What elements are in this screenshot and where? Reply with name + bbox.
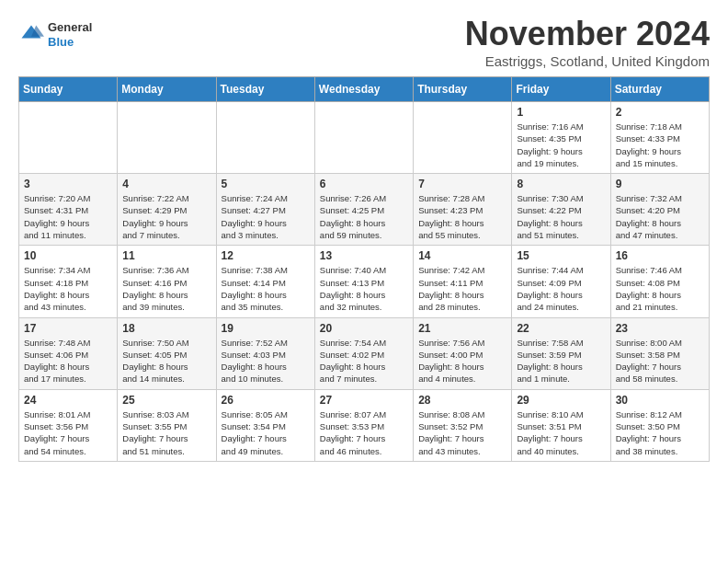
day-number: 30 (616, 394, 704, 407)
day-detail: Sunrise: 7:26 AM Sunset: 4:25 PM Dayligh… (320, 192, 408, 241)
calendar-cell: 8Sunrise: 7:30 AM Sunset: 4:22 PM Daylig… (512, 174, 610, 246)
day-number: 7 (418, 178, 506, 190)
day-detail: Sunrise: 7:48 AM Sunset: 4:06 PM Dayligh… (24, 337, 112, 385)
calendar-cell (19, 102, 118, 174)
calendar-cell: 14Sunrise: 7:42 AM Sunset: 4:11 PM Dayli… (414, 246, 512, 317)
day-detail: Sunrise: 8:12 AM Sunset: 3:50 PM Dayligh… (616, 408, 704, 457)
logo-blue: Blue (48, 35, 92, 50)
calendar-table: SundayMondayTuesdayWednesdayThursdayFrid… (18, 76, 710, 462)
calendar-cell: 13Sunrise: 7:40 AM Sunset: 4:13 PM Dayli… (314, 246, 413, 317)
day-detail: Sunrise: 8:03 AM Sunset: 3:55 PM Dayligh… (122, 408, 210, 457)
day-number: 17 (24, 322, 112, 335)
weekday-header-saturday: Saturday (610, 77, 709, 102)
calendar-cell (414, 102, 512, 174)
calendar-cell: 9Sunrise: 7:32 AM Sunset: 4:20 PM Daylig… (610, 174, 709, 246)
day-detail: Sunrise: 7:44 AM Sunset: 4:09 PM Dayligh… (517, 264, 605, 313)
calendar-cell: 22Sunrise: 7:58 AM Sunset: 3:59 PM Dayli… (512, 317, 610, 389)
calendar-cell: 6Sunrise: 7:26 AM Sunset: 4:25 PM Daylig… (314, 174, 413, 246)
calendar-cell: 26Sunrise: 8:05 AM Sunset: 3:54 PM Dayli… (216, 389, 314, 461)
calendar-cell: 20Sunrise: 7:54 AM Sunset: 4:02 PM Dayli… (314, 317, 413, 389)
day-detail: Sunrise: 7:40 AM Sunset: 4:13 PM Dayligh… (320, 264, 408, 313)
calendar-cell: 10Sunrise: 7:34 AM Sunset: 4:18 PM Dayli… (19, 246, 118, 317)
day-number: 6 (320, 178, 408, 190)
calendar-cell: 5Sunrise: 7:24 AM Sunset: 4:27 PM Daylig… (216, 174, 314, 246)
logo-icon (18, 22, 44, 48)
day-detail: Sunrise: 8:07 AM Sunset: 3:53 PM Dayligh… (320, 408, 408, 457)
day-number: 2 (616, 106, 704, 119)
calendar-cell: 2Sunrise: 7:18 AM Sunset: 4:33 PM Daylig… (610, 102, 709, 174)
day-number: 18 (122, 322, 210, 335)
calendar-cell: 3Sunrise: 7:20 AM Sunset: 4:31 PM Daylig… (19, 174, 118, 246)
day-number: 15 (517, 249, 605, 262)
day-number: 23 (616, 322, 704, 335)
title-block: November 2024 Eastriggs, Scotland, Unite… (465, 15, 710, 69)
day-number: 9 (616, 178, 704, 190)
day-number: 25 (122, 394, 210, 407)
day-detail: Sunrise: 8:00 AM Sunset: 3:58 PM Dayligh… (616, 337, 704, 385)
weekday-header-sunday: Sunday (19, 77, 118, 102)
day-number: 10 (24, 249, 112, 262)
calendar-cell: 29Sunrise: 8:10 AM Sunset: 3:51 PM Dayli… (512, 389, 610, 461)
day-number: 16 (616, 249, 704, 262)
day-detail: Sunrise: 8:05 AM Sunset: 3:54 PM Dayligh… (222, 408, 310, 457)
day-detail: Sunrise: 7:20 AM Sunset: 4:31 PM Dayligh… (24, 192, 112, 241)
calendar-cell: 27Sunrise: 8:07 AM Sunset: 3:53 PM Dayli… (314, 389, 413, 461)
day-detail: Sunrise: 7:28 AM Sunset: 4:23 PM Dayligh… (418, 192, 506, 241)
day-detail: Sunrise: 7:52 AM Sunset: 4:03 PM Dayligh… (222, 337, 310, 385)
calendar-week-row: 1Sunrise: 7:16 AM Sunset: 4:35 PM Daylig… (19, 102, 710, 174)
day-number: 5 (222, 178, 310, 190)
location-subtitle: Eastriggs, Scotland, United Kingdom (465, 53, 710, 69)
calendar-cell: 7Sunrise: 7:28 AM Sunset: 4:23 PM Daylig… (414, 174, 512, 246)
weekday-header-tuesday: Tuesday (216, 77, 314, 102)
day-number: 19 (222, 322, 310, 335)
calendar-cell: 28Sunrise: 8:08 AM Sunset: 3:52 PM Dayli… (414, 389, 512, 461)
calendar-cell: 11Sunrise: 7:36 AM Sunset: 4:16 PM Dayli… (118, 246, 216, 317)
day-number: 13 (320, 249, 408, 262)
weekday-header-row: SundayMondayTuesdayWednesdayThursdayFrid… (19, 77, 710, 102)
day-detail: Sunrise: 7:58 AM Sunset: 3:59 PM Dayligh… (517, 337, 605, 385)
day-number: 28 (418, 394, 506, 407)
calendar-week-row: 3Sunrise: 7:20 AM Sunset: 4:31 PM Daylig… (19, 174, 710, 246)
day-number: 29 (517, 394, 605, 407)
day-number: 1 (517, 106, 605, 119)
calendar-cell: 4Sunrise: 7:22 AM Sunset: 4:29 PM Daylig… (118, 174, 216, 246)
calendar-cell: 30Sunrise: 8:12 AM Sunset: 3:50 PM Dayli… (610, 389, 709, 461)
logo-general: General (48, 20, 92, 35)
day-detail: Sunrise: 7:30 AM Sunset: 4:22 PM Dayligh… (517, 192, 605, 241)
day-detail: Sunrise: 7:24 AM Sunset: 4:27 PM Dayligh… (222, 192, 310, 241)
calendar-cell: 18Sunrise: 7:50 AM Sunset: 4:05 PM Dayli… (118, 317, 216, 389)
day-detail: Sunrise: 7:50 AM Sunset: 4:05 PM Dayligh… (122, 337, 210, 385)
weekday-header-wednesday: Wednesday (314, 77, 413, 102)
logo-text: General Blue (48, 20, 92, 49)
day-detail: Sunrise: 7:34 AM Sunset: 4:18 PM Dayligh… (24, 264, 112, 313)
day-detail: Sunrise: 7:32 AM Sunset: 4:20 PM Dayligh… (616, 192, 704, 241)
day-detail: Sunrise: 7:38 AM Sunset: 4:14 PM Dayligh… (222, 264, 310, 313)
day-number: 26 (222, 394, 310, 407)
weekday-header-friday: Friday (512, 77, 610, 102)
calendar-cell: 24Sunrise: 8:01 AM Sunset: 3:56 PM Dayli… (19, 389, 118, 461)
day-detail: Sunrise: 8:10 AM Sunset: 3:51 PM Dayligh… (517, 408, 605, 457)
calendar-cell (216, 102, 314, 174)
day-detail: Sunrise: 7:18 AM Sunset: 4:33 PM Dayligh… (616, 121, 704, 169)
day-number: 14 (418, 249, 506, 262)
calendar-cell: 23Sunrise: 8:00 AM Sunset: 3:58 PM Dayli… (610, 317, 709, 389)
day-detail: Sunrise: 7:42 AM Sunset: 4:11 PM Dayligh… (418, 264, 506, 313)
day-number: 11 (122, 249, 210, 262)
logo: General Blue (18, 20, 92, 49)
day-detail: Sunrise: 7:22 AM Sunset: 4:29 PM Dayligh… (122, 192, 210, 241)
weekday-header-monday: Monday (118, 77, 216, 102)
day-number: 20 (320, 322, 408, 335)
calendar-cell: 16Sunrise: 7:46 AM Sunset: 4:08 PM Dayli… (610, 246, 709, 317)
calendar-cell: 1Sunrise: 7:16 AM Sunset: 4:35 PM Daylig… (512, 102, 610, 174)
day-number: 8 (517, 178, 605, 190)
calendar-week-row: 17Sunrise: 7:48 AM Sunset: 4:06 PM Dayli… (19, 317, 710, 389)
weekday-header-thursday: Thursday (414, 77, 512, 102)
day-detail: Sunrise: 7:46 AM Sunset: 4:08 PM Dayligh… (616, 264, 704, 313)
day-number: 21 (418, 322, 506, 335)
day-number: 3 (24, 178, 112, 190)
header: General Blue November 2024 Eastriggs, Sc… (18, 15, 710, 69)
calendar-cell: 19Sunrise: 7:52 AM Sunset: 4:03 PM Dayli… (216, 317, 314, 389)
day-number: 4 (122, 178, 210, 190)
month-title: November 2024 (465, 15, 710, 53)
day-number: 24 (24, 394, 112, 407)
